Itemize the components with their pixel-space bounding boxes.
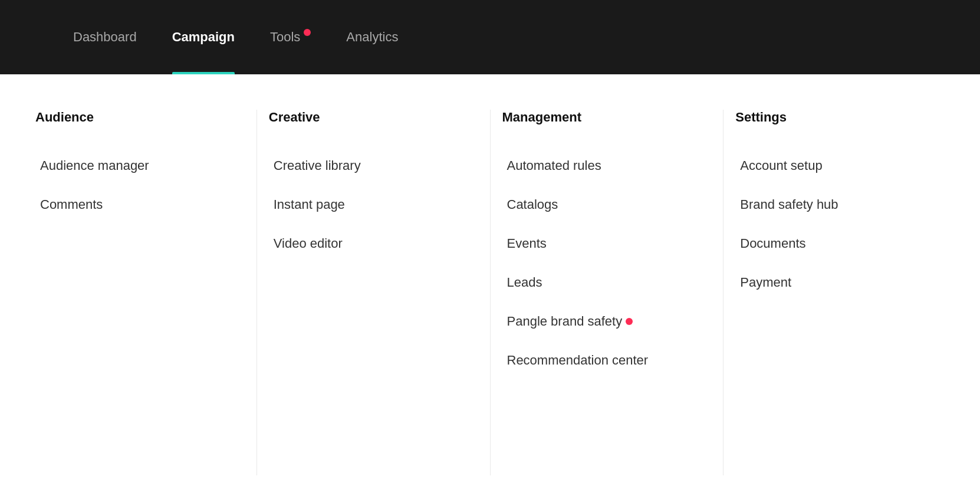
main-nav: DashboardCampaignToolsAnalytics	[73, 0, 398, 74]
menu-column-settings: SettingsAccount setupBrand safety hubDoc…	[724, 110, 956, 475]
menu-item-documents[interactable]: Documents	[735, 226, 945, 261]
menu-item-brand-safety-hub[interactable]: Brand safety hub	[735, 188, 945, 222]
menu-item-label-comments: Comments	[40, 197, 103, 212]
column-header-audience: Audience	[35, 110, 245, 125]
menu-item-label-creative-library: Creative library	[274, 158, 361, 173]
nav-label-tools: Tools	[270, 29, 300, 45]
menu-item-recommendation-center[interactable]: Recommendation center	[502, 343, 712, 377]
menu-item-label-recommendation-center: Recommendation center	[507, 353, 649, 368]
menu-item-label-account-setup: Account setup	[740, 158, 822, 173]
menu-item-automated-rules[interactable]: Automated rules	[502, 149, 712, 183]
menu-column-audience: AudienceAudience managerComments	[24, 110, 257, 475]
notification-dot-tools	[304, 29, 311, 36]
menu-item-instant-page[interactable]: Instant page	[269, 188, 478, 222]
nav-label-analytics: Analytics	[346, 29, 398, 45]
menu-item-catalogs[interactable]: Catalogs	[502, 188, 712, 222]
menu-column-creative: CreativeCreative libraryInstant pageVide…	[257, 110, 491, 475]
menu-item-video-editor[interactable]: Video editor	[269, 226, 478, 261]
menu-item-audience-manager[interactable]: Audience manager	[35, 149, 245, 183]
header: DashboardCampaignToolsAnalytics	[0, 0, 980, 74]
nav-item-dashboard[interactable]: Dashboard	[73, 0, 137, 74]
column-header-creative: Creative	[269, 110, 478, 125]
nav-label-campaign: Campaign	[172, 29, 235, 45]
nav-item-tools[interactable]: Tools	[270, 0, 311, 74]
menu-item-label-video-editor: Video editor	[274, 236, 343, 251]
nav-item-analytics[interactable]: Analytics	[346, 0, 398, 74]
menu-item-events[interactable]: Events	[502, 226, 712, 261]
column-header-management: Management	[502, 110, 712, 125]
menu-column-management: ManagementAutomated rulesCatalogsEventsL…	[491, 110, 724, 475]
menu-item-label-payment: Payment	[740, 275, 791, 290]
menu-item-label-audience-manager: Audience manager	[40, 158, 149, 173]
menu-item-label-instant-page: Instant page	[274, 197, 345, 212]
menu-item-label-pangle-brand-safety: Pangle brand safety	[507, 314, 623, 329]
nav-label-dashboard: Dashboard	[73, 29, 137, 45]
menu-item-leads[interactable]: Leads	[502, 265, 712, 300]
menu-item-label-documents: Documents	[740, 236, 805, 251]
item-dot-pangle-brand-safety	[626, 318, 633, 325]
menu-item-account-setup[interactable]: Account setup	[735, 149, 945, 183]
tools-menu: AudienceAudience managerCommentsCreative…	[0, 74, 980, 499]
menu-items-creative: Creative libraryInstant pageVideo editor	[269, 149, 478, 261]
menu-items-audience: Audience managerComments	[35, 149, 245, 222]
menu-item-payment[interactable]: Payment	[735, 265, 945, 300]
menu-item-label-events: Events	[507, 236, 547, 251]
menu-item-label-catalogs: Catalogs	[507, 197, 558, 212]
column-header-settings: Settings	[735, 110, 945, 125]
menu-item-comments[interactable]: Comments	[35, 188, 245, 222]
menu-item-label-automated-rules: Automated rules	[507, 158, 601, 173]
nav-item-campaign[interactable]: Campaign	[172, 0, 235, 74]
menu-item-creative-library[interactable]: Creative library	[269, 149, 478, 183]
menu-items-settings: Account setupBrand safety hubDocumentsPa…	[735, 149, 945, 300]
menu-item-pangle-brand-safety[interactable]: Pangle brand safety	[502, 304, 712, 339]
menu-items-management: Automated rulesCatalogsEventsLeadsPangle…	[502, 149, 712, 377]
menu-item-label-leads: Leads	[507, 275, 542, 290]
menu-item-label-brand-safety-hub: Brand safety hub	[740, 197, 838, 212]
